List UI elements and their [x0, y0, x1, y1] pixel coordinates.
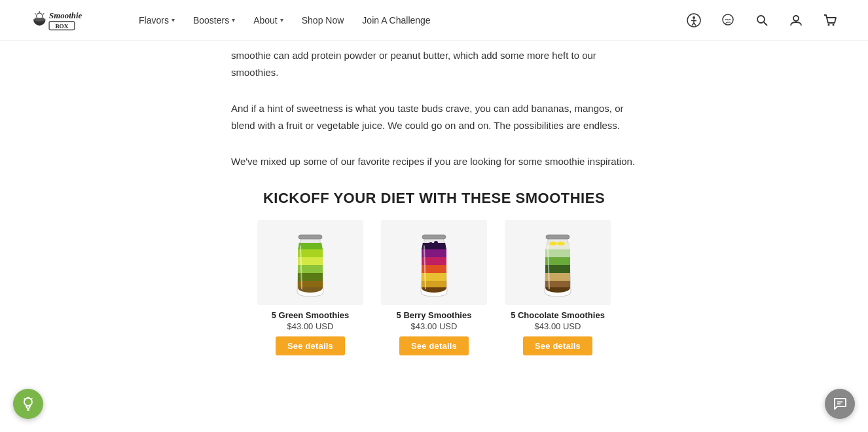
- svg-line-2: [43, 13, 44, 14]
- svg-rect-33: [546, 235, 570, 239]
- product-name-green: 5 Green Smoothies: [272, 310, 349, 320]
- main-content: smoothie can add protein powder or peanu…: [0, 41, 868, 355]
- svg-point-18: [727, 19, 729, 20]
- svg-line-21: [764, 22, 767, 26]
- svg-point-11: [693, 16, 695, 19]
- svg-point-23: [828, 24, 830, 26]
- see-details-green-button[interactable]: See details: [276, 336, 345, 355]
- product-card-chocolate: 5 Chocolate Smoothies $43.00 USD See det…: [501, 220, 615, 355]
- chevron-down-icon: ▾: [280, 16, 283, 24]
- product-name-chocolate: 5 Chocolate Smoothies: [511, 310, 605, 320]
- account-button[interactable]: [784, 9, 808, 32]
- svg-line-15: [694, 23, 696, 26]
- svg-rect-26: [298, 235, 322, 239]
- svg-point-20: [757, 16, 765, 23]
- product-card-berry: 5 Berry Smoothies $43.00 USD See details: [377, 220, 492, 355]
- product-image-chocolate: [505, 220, 611, 305]
- svg-line-41: [24, 399, 26, 400]
- logo[interactable]: Smoothie BOX: [26, 5, 105, 36]
- svg-line-40: [31, 399, 33, 400]
- nav-item-flavors[interactable]: Flavors ▾: [131, 10, 183, 31]
- see-details-chocolate-button[interactable]: See details: [523, 336, 592, 355]
- see-details-berry-button[interactable]: See details: [399, 336, 469, 355]
- product-image-green: [257, 220, 363, 305]
- accessibility-button[interactable]: [682, 9, 706, 32]
- products-section: KICKOFF YOUR DIET WITH THESE SMOOTHIES: [218, 190, 650, 355]
- svg-point-29: [429, 242, 433, 246]
- svg-point-34: [549, 242, 557, 245]
- paragraph-1: smoothie can add protein powder or peanu…: [231, 47, 637, 81]
- svg-point-35: [557, 242, 565, 245]
- nav-item-about[interactable]: About ▾: [245, 10, 291, 31]
- svg-rect-28: [422, 235, 446, 239]
- nav-icon-group: [682, 9, 842, 32]
- search-button[interactable]: [750, 9, 774, 32]
- cart-button[interactable]: [818, 9, 842, 32]
- chevron-down-icon: ▾: [232, 16, 235, 24]
- nav-item-boosters[interactable]: Boosters ▾: [185, 10, 243, 31]
- svg-point-17: [725, 19, 727, 20]
- chat-button[interactable]: [716, 9, 740, 32]
- section-title: KICKOFF YOUR DIET WITH THESE SMOOTHIES: [231, 190, 637, 207]
- nav-item-shop-now[interactable]: Shop Now: [294, 10, 352, 31]
- products-grid: 5 Green Smoothies $43.00 USD See details: [231, 220, 637, 355]
- svg-line-4: [35, 13, 35, 14]
- navbar: Smoothie BOX Flavors ▾ Boosters ▾ About …: [0, 0, 868, 41]
- product-price-berry: $43.00 USD: [411, 321, 458, 331]
- svg-text:Smoothie: Smoothie: [49, 10, 82, 20]
- floating-chat-button[interactable]: [825, 389, 855, 419]
- svg-point-19: [729, 19, 731, 20]
- product-image-berry: [381, 220, 487, 305]
- svg-point-6: [33, 18, 45, 22]
- svg-point-36: [24, 398, 32, 406]
- article-body: smoothie can add protein powder or peanu…: [218, 41, 650, 170]
- product-price-green: $43.00 USD: [287, 321, 334, 331]
- chevron-down-icon: ▾: [172, 16, 175, 24]
- nav-links: Flavors ▾ Boosters ▾ About ▾ Shop Now Jo…: [131, 10, 682, 31]
- product-name-berry: 5 Berry Smoothies: [397, 310, 472, 320]
- product-price-chocolate: $43.00 USD: [535, 321, 581, 331]
- product-card-green: 5 Green Smoothies $43.00 USD See details: [253, 220, 368, 355]
- svg-text:BOX: BOX: [55, 23, 68, 29]
- nav-item-join-challenge[interactable]: Join A Challenge: [354, 10, 438, 31]
- floating-accessibility-button[interactable]: [13, 389, 43, 419]
- svg-point-22: [793, 16, 799, 21]
- svg-point-24: [833, 24, 835, 26]
- paragraph-2: And if a hint of sweetness is what you t…: [231, 100, 637, 134]
- paragraph-3: We've mixed up some of our favorite reci…: [231, 153, 637, 170]
- svg-point-31: [433, 243, 436, 247]
